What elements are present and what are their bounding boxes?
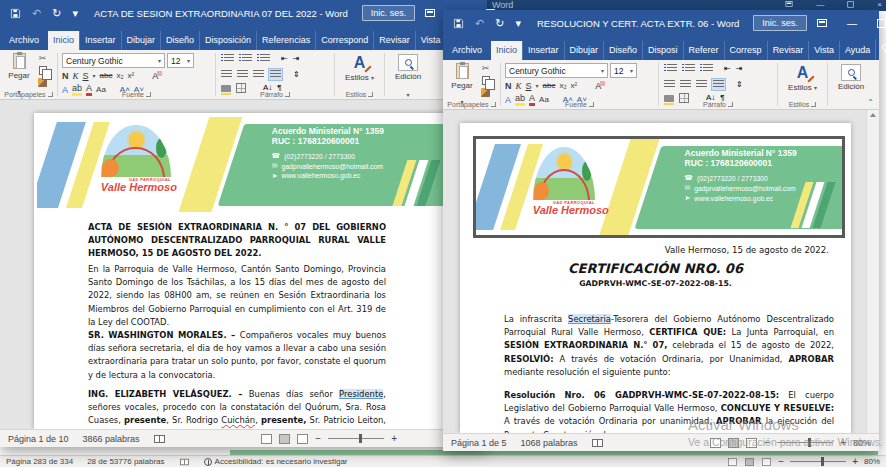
tab-vista[interactable]: Vista [808,41,839,60]
multilevel-list-icon[interactable] [700,64,713,73]
letterhead-image[interactable]: GAD PARROQUIALValle Hermoso Acuerdo Mini… [37,117,449,212]
zoom-in-button[interactable]: + [852,457,858,467]
page-indicator[interactable]: Página 1 de 5 [451,438,507,448]
italic-button[interactable]: K [73,72,79,81]
tab-inicio[interactable]: Inicio [491,41,522,60]
multilevel-list-icon[interactable] [257,54,270,63]
web-layout-icon[interactable] [746,438,757,448]
font-size-combo[interactable]: 12▾ [610,63,637,78]
document-area[interactable]: GAD PARROQUIALValle Hermoso Acuerdo Mini… [443,110,879,433]
tab-ayuda[interactable]: Ayuda [839,41,875,60]
cut-icon[interactable]: ✂ [482,64,490,73]
read-mode-icon[interactable] [261,434,272,444]
align-center-icon[interactable] [680,80,691,89]
subscript-button[interactable]: x₂ [559,82,566,90]
bold-button[interactable]: N [62,72,69,81]
save-icon[interactable] [10,8,21,19]
tab-dibujar[interactable]: Dibujar [564,41,604,60]
editing-button[interactable]: Edición [385,72,431,81]
title-bar[interactable]: ↶ ↻ ▾ ACTA DE SESION EXTRAORDINARIA 07 D… [0,0,487,26]
undo-icon[interactable]: ↶ [32,8,41,19]
underline-dropdown-icon[interactable]: ▾ [93,73,96,79]
save-icon[interactable] [453,18,464,29]
find-button[interactable] [398,54,418,71]
tab-insertar[interactable]: Insertar [79,31,121,50]
scroll-up-icon[interactable] [870,113,876,117]
tab-vista[interactable]: Vista [415,31,446,50]
underline-button[interactable]: S [83,72,89,81]
paragraph-dialog-launcher[interactable] [285,92,290,97]
strikethrough-button[interactable]: abc [543,82,556,90]
proofing-errors-icon[interactable] [154,435,165,443]
tab-referencias[interactable]: Referencias [256,31,315,50]
document-page[interactable]: GAD PARROQUIALValle Hermoso Acuerdo Mini… [34,113,452,429]
tab-archivo[interactable]: Archivo [0,31,48,50]
minimize-button[interactable]: — [816,0,824,9]
align-right-icon[interactable] [696,80,707,89]
font-dialog-launcher[interactable] [589,102,594,107]
certification-title[interactable]: CERTIFICACIÓN NRO. 06 [460,261,851,276]
decrease-indent-icon[interactable]: ⇤ [724,65,731,73]
redo-icon[interactable]: ↻ [52,8,61,19]
justify-icon[interactable] [712,79,725,90]
web-layout-icon[interactable] [762,458,771,466]
clear-formatting-button[interactable]: A [595,81,601,91]
tab-insertar[interactable]: Insertar [522,41,564,60]
clipboard-dialog-launcher[interactable] [48,92,53,97]
tab-dibujar[interactable]: Dibujar [121,31,161,50]
styles-icon[interactable]: A [797,65,809,81]
subscript-button[interactable]: x₂ [116,72,123,80]
word-count[interactable]: 1068 palabras [521,438,578,448]
tab-diseno[interactable]: Diseño [160,31,199,50]
tell-me-search[interactable]: ¿Qué des [875,39,886,60]
tab-revisar[interactable]: Revisar [373,31,415,50]
italic-button[interactable]: K [516,82,522,91]
underline-dropdown-icon[interactable]: ▾ [536,83,539,89]
maximize-button[interactable] [867,10,886,36]
clear-formatting-button[interactable]: A [152,71,158,81]
qat-customize-icon[interactable]: ▾ [72,8,78,19]
tab-inicio[interactable]: Inicio [48,31,79,50]
find-button[interactable] [841,64,861,81]
redo-icon[interactable]: ↻ [495,18,504,29]
zoom-level[interactable]: 80% [864,457,880,466]
justify-icon[interactable] [269,69,282,80]
bold-button[interactable]: N [505,82,512,91]
ribbon-collapse-icon[interactable]: ⌃ [867,98,874,107]
tab-correspondencia[interactable]: Corresp [724,41,767,60]
editing-button[interactable]: Edición [828,82,874,91]
acta-paragraph-3[interactable]: ING. ELIZABETH VELÁSQUEZ. – Buenas días … [88,388,386,429]
increase-indent-icon[interactable]: ⇥ [736,65,743,73]
align-right-icon[interactable] [253,70,264,79]
zoom-level[interactable]: 80% [853,438,871,448]
font-name-combo[interactable]: Century Gothic▾ [505,63,608,78]
styles-dialog-launcher[interactable] [368,92,373,97]
copy-icon[interactable] [39,66,47,75]
paragraph-dialog-launcher[interactable] [728,102,733,107]
acta-heading[interactable]: ACTA DE SESIÓN EXTRAORDINARIA N. ° 07 DE… [88,221,386,261]
letterhead-selection-frame[interactable]: GAD PARROQUIALValle Hermoso Acuerdo Mini… [473,136,845,238]
zoom-out-button[interactable]: − [315,434,321,444]
styles-dialog-launcher[interactable] [811,102,816,107]
zoom-in-button[interactable]: + [840,438,846,448]
maximize-button[interactable] [848,1,854,7]
ribbon-display-options-icon[interactable] [807,10,837,36]
zoom-out-button[interactable]: − [778,457,784,467]
bullets-icon[interactable] [221,54,234,63]
vertical-scrollbar[interactable] [866,110,879,433]
acta-paragraph-2[interactable]: SR. WASHINGTON MORALES. – Compañeros voc… [88,329,386,382]
bullets-icon[interactable] [664,64,677,73]
strikethrough-button[interactable]: abc [100,72,113,80]
font-dialog-launcher[interactable] [146,92,151,97]
ribbon-display-options-icon[interactable] [786,1,793,7]
acta-paragraph-1[interactable]: En la Parroquia de Valle Hermoso, Cantón… [88,263,386,329]
qat-customize-icon[interactable]: ▾ [515,18,521,29]
increase-indent-icon[interactable]: ⇥ [293,55,300,63]
proofing-errors-icon[interactable] [180,458,189,464]
document-date[interactable]: Valle Hermoso, 15 de agosto de 2022. [665,245,829,255]
styles-button[interactable]: Estilos ▾ [335,73,384,82]
clipboard-dialog-launcher[interactable] [491,102,496,107]
ribbon-display-options-icon[interactable] [415,0,445,26]
tab-disposicion[interactable]: Disposición [199,31,256,50]
tab-diseno[interactable]: Diseño [603,41,642,60]
